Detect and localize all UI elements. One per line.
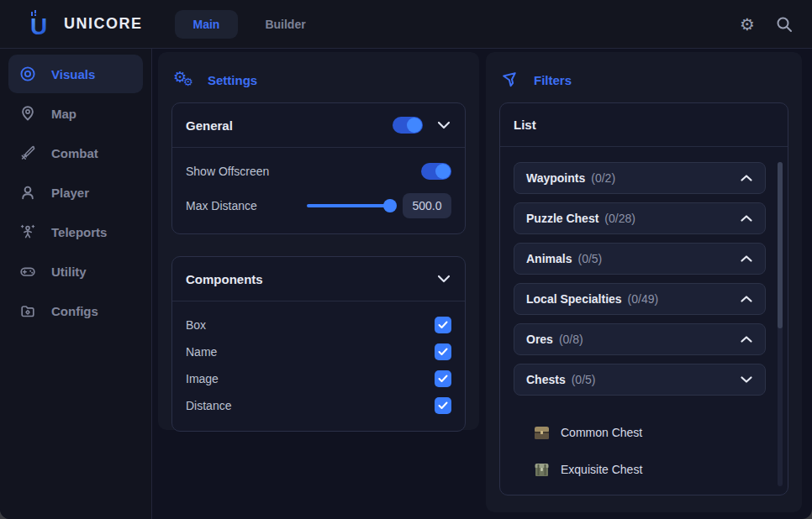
group-label: Puzzle Chest — [526, 212, 598, 225]
chevron-down-icon — [740, 375, 753, 384]
sidebar: Visuals Map Combat — [0, 49, 152, 519]
group-count: (0/2) — [591, 171, 615, 185]
gear-icon[interactable]: ⚙ — [740, 16, 755, 33]
general-card-header[interactable]: General — [172, 103, 465, 147]
double-gear-icon: ⚙⚙ — [173, 70, 195, 90]
topbar: U UNICORE Main Builder ⚙ — [0, 0, 812, 49]
component-row-distance: Distance — [172, 392, 465, 419]
sidebar-item-utility[interactable]: Utility — [8, 252, 143, 291]
sidebar-item-label: Map — [51, 107, 76, 121]
group-label: Local Specialties — [526, 292, 622, 306]
component-row-name: Name — [172, 338, 465, 365]
filter-icon — [498, 67, 523, 92]
general-title: General — [186, 118, 233, 133]
settings-panel: ⚙⚙ Settings General — [158, 52, 479, 430]
group-count: (0/5) — [577, 252, 602, 265]
sword-icon — [18, 144, 37, 162]
chevron-up-icon — [740, 214, 753, 223]
components-card: Components Box — [171, 256, 466, 432]
group-label: Chests — [526, 373, 566, 386]
chevron-up-icon — [740, 254, 753, 263]
app-window: U UNICORE Main Builder ⚙ Visuals — [0, 0, 812, 519]
tab-main[interactable]: Main — [175, 10, 239, 39]
chest-label: Exquisite Chest — [561, 463, 642, 476]
show-offscreen-label: Show Offscreen — [186, 165, 269, 178]
sidebar-item-label: Visuals — [51, 67, 95, 81]
search-icon[interactable] — [775, 15, 794, 34]
check-icon — [438, 401, 448, 410]
sidebar-item-combat[interactable]: Combat — [8, 134, 143, 172]
group-puzzle-chest[interactable]: Puzzle Chest (0/28) — [514, 202, 766, 234]
component-row-image: Image — [172, 365, 465, 392]
group-count: (0/8) — [559, 333, 583, 346]
sidebar-item-map[interactable]: Map — [8, 94, 143, 133]
sidebar-item-player[interactable]: Player — [8, 173, 143, 212]
chest-label: Common Chest — [561, 426, 642, 439]
group-ores[interactable]: Ores (0/8) — [514, 323, 766, 355]
check-icon — [438, 348, 448, 356]
component-label: Box — [186, 318, 206, 332]
check-icon — [438, 375, 448, 383]
image-checkbox[interactable] — [435, 370, 451, 387]
group-count: (0/28) — [604, 212, 635, 225]
component-label: Image — [186, 372, 219, 385]
chevron-down-icon — [436, 274, 451, 284]
chest-list: Common Chest Exquisite Ch — [514, 404, 766, 495]
common-chest-icon — [534, 426, 550, 440]
list-body: Waypoints (0/2) Puzzle Chest (0/28) Anim… — [500, 147, 788, 495]
sidebar-item-label: Player — [51, 186, 89, 200]
content-area: ⚙⚙ Settings General — [152, 49, 812, 519]
brand-logo: U UNICORE — [29, 10, 143, 39]
name-checkbox[interactable] — [435, 343, 451, 360]
sidebar-item-label: Teleports — [51, 225, 107, 239]
chevron-up-icon — [740, 295, 753, 303]
slider-thumb[interactable] — [383, 199, 397, 212]
map-pin-icon — [18, 104, 37, 123]
group-waypoints[interactable]: Waypoints (0/2) — [514, 162, 766, 194]
scrollbar-thumb[interactable] — [778, 162, 783, 328]
list-header: List — [500, 103, 788, 147]
max-distance-label: Max Distance — [186, 199, 257, 212]
gamepad-icon — [18, 262, 37, 280]
group-count: (0/49) — [628, 292, 659, 306]
components-title: Components — [186, 272, 263, 286]
components-card-header[interactable]: Components — [172, 257, 465, 301]
filters-title: Filters — [534, 73, 572, 87]
list-item-common-chest[interactable]: Common Chest — [514, 414, 766, 451]
list-item-exquisite-chest[interactable]: Exquisite Chest — [514, 451, 766, 488]
component-label: Distance — [186, 399, 231, 412]
tab-builder[interactable]: Builder — [246, 10, 324, 39]
group-count: (0/5) — [572, 373, 596, 386]
sidebar-item-label: Utility — [51, 265, 87, 279]
chevron-down-icon — [436, 120, 451, 130]
group-chests[interactable]: Chests (0/5) — [514, 364, 766, 396]
distance-checkbox[interactable] — [435, 397, 451, 414]
sidebar-item-visuals[interactable]: Visuals — [8, 55, 143, 93]
chevron-up-icon — [740, 335, 753, 343]
list-scrollbar[interactable] — [778, 162, 783, 486]
group-local-specialties[interactable]: Local Specialties (0/49) — [514, 283, 766, 315]
group-animals[interactable]: Animals (0/5) — [514, 243, 766, 275]
sidebar-item-label: Combat — [51, 146, 98, 160]
sidebar-item-configs[interactable]: Configs — [8, 291, 143, 330]
unicore-logo-icon: U — [29, 10, 55, 39]
config-folder-icon — [18, 301, 37, 320]
group-label: Animals — [526, 252, 572, 265]
svg-text:U: U — [30, 13, 47, 39]
max-distance-value[interactable]: 500.0 — [403, 193, 451, 218]
component-label: Name — [186, 345, 217, 359]
teleport-icon — [18, 223, 37, 241]
box-checkbox[interactable] — [435, 317, 451, 333]
list-item-precious-chest[interactable]: Precious Chest — [514, 488, 766, 495]
show-offscreen-toggle[interactable] — [421, 163, 451, 180]
group-label: Waypoints — [526, 171, 585, 185]
filters-list-card: List Waypoints (0/2) Puzzle Chest (0/28) — [499, 102, 788, 495]
main-area: Visuals Map Combat — [0, 49, 812, 519]
max-distance-slider[interactable] — [307, 199, 391, 212]
component-row-box: Box — [172, 312, 465, 338]
sidebar-item-teleports[interactable]: Teleports — [8, 212, 143, 251]
general-toggle[interactable] — [393, 117, 423, 134]
person-icon — [18, 183, 37, 202]
chevron-up-icon — [740, 174, 753, 182]
group-label: Ores — [526, 333, 553, 346]
